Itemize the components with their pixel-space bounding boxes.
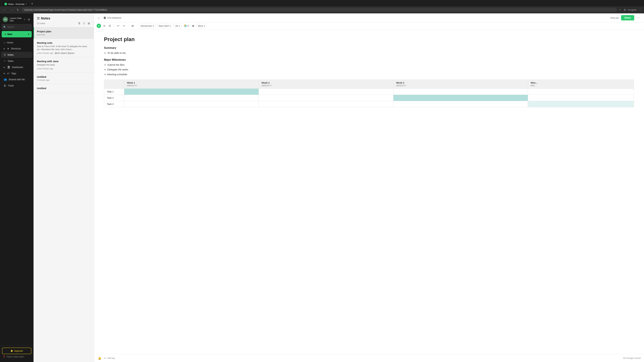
back-button[interactable]: ← <box>2 8 8 12</box>
col-header-week2: Week 2MM/DD/YY <box>259 80 393 89</box>
filter-button[interactable]: ▽ <box>82 21 86 25</box>
share-button[interactable]: Share <box>621 15 634 20</box>
task-toolbar-button[interactable]: ⊙ <box>102 24 106 28</box>
browser-chrome: ← → ↻ ☆ ⧉ Incognito ⋮ <box>0 6 644 13</box>
plus-toolbar-button[interactable]: + <box>96 24 101 28</box>
collapse-icon[interactable]: ◁ <box>97 16 99 19</box>
upgrade-button[interactable]: ⭐ Upgrade <box>2 348 31 354</box>
col-header-week4: Wee...MM/... <box>528 80 634 89</box>
table-header-row: Week 1MM/DD/YY Week 2MM/DD/YY Week 3MM/D… <box>104 80 634 89</box>
tag-icon: 🏷 <box>104 357 106 359</box>
bookmark-button[interactable]: ☆ <box>618 7 622 12</box>
ai-button[interactable]: AI <box>130 24 135 28</box>
note-item-meeting-jane[interactable]: Meeting with Jane Delegate the tasks a f… <box>34 57 94 72</box>
sort-button[interactable]: ⇅ <box>78 21 81 25</box>
sidebar-item-notebooks[interactable]: ▶ 📓 Notebooks <box>1 64 32 70</box>
color-dot-icon <box>184 24 187 27</box>
new-chevron-icon: ∨ <box>28 33 29 35</box>
milestone-item-3: Meeting-schedule <box>107 72 634 76</box>
shortcuts-expand-icon: ▶ <box>4 48 5 50</box>
table-row: Task 1 <box>104 89 634 95</box>
help-link[interactable]: ❓ Need a little help? <box>2 354 31 358</box>
settings-button[interactable]: ⚙ <box>27 17 31 22</box>
note-heading: Project plan <box>104 36 634 42</box>
user-profile[interactable]: LD Lauren Dale Deli ∨ ⚙ <box>0 15 33 24</box>
bold-button[interactable]: B <box>191 24 195 28</box>
note-title: Untitled <box>37 87 90 90</box>
note-item-untitled-2[interactable]: Untitled <box>34 84 94 93</box>
note-item-untitled-1[interactable]: Untitled 5 minutes ago <box>34 73 94 84</box>
reload-button[interactable]: ↻ <box>16 7 20 12</box>
app-container: LD Lauren Dale Deli ∨ ⚙ 🔍 ＋ New ∨ ⌂ Home… <box>0 13 644 362</box>
color-chevron: ∨ <box>187 24 189 27</box>
trash-icon: 🗑 <box>4 84 6 87</box>
new-tab-button[interactable]: + <box>30 1 34 6</box>
editor-topbar: ◁ 📓 First Notebook Only you Share ⋯ <box>94 13 644 22</box>
sidebar-item-shortcuts[interactable]: ▶ ★ Shortcuts <box>1 45 32 52</box>
tags-expand-icon: ▶ <box>4 72 5 74</box>
sidebar-item-shared[interactable]: 👥 Shared with Me <box>1 76 32 82</box>
browser-actions: ☆ ⧉ Incognito ⋮ <box>618 7 642 12</box>
col-header-week3: Week 3MM/DD/YY <box>393 80 528 89</box>
font-size-select[interactable]: 16 ∨ <box>174 24 182 28</box>
text-style-label: Normal text <box>141 25 152 27</box>
font-label: Sans Serif <box>158 25 168 27</box>
text-style-chevron: ∨ <box>152 25 154 27</box>
sidebar-item-tasks[interactable]: ✓ Tasks <box>1 58 32 64</box>
note-item-project-plan[interactable]: Project plan Just now <box>34 27 94 39</box>
font-select[interactable]: Sans Serif ∨ <box>157 24 172 28</box>
task-1-week4 <box>528 89 634 95</box>
more-button[interactable]: ⋯ <box>636 15 641 20</box>
sidebar-item-tags[interactable]: ▶ 🏷 Tags <box>1 70 32 76</box>
active-tab[interactable]: Notes - Evernote × <box>2 2 29 6</box>
user-chevron-icon: ∨ <box>24 18 25 21</box>
task-3-week3 <box>393 101 528 107</box>
sidebar-item-notes[interactable]: ☰ Notes <box>1 52 32 58</box>
milestones-list: Submit the files Delegate the tasks Meet… <box>107 63 634 76</box>
new-button[interactable]: ＋ New ∨ <box>2 31 32 37</box>
address-bar[interactable] <box>22 8 617 12</box>
tab-title: Notes - Evernote <box>8 3 24 5</box>
more-toolbar-button[interactable]: More ∨ <box>196 24 207 28</box>
notebook-label: First Notebook <box>107 16 122 19</box>
avatar: LD <box>3 17 8 22</box>
editor-content[interactable]: Project plan Summary To be able to etc. … <box>94 29 644 354</box>
sidebar-item-trash[interactable]: 🗑 Trash <box>1 83 32 88</box>
add-tag-button[interactable]: 🏷 Add tag <box>104 357 115 359</box>
shortcuts-icon: ★ <box>7 47 9 50</box>
task-3-week4 <box>528 101 634 107</box>
note-preview: Date & Time 8 AM- 9 AM Goal To delegate … <box>37 45 90 51</box>
reminder-button[interactable]: 🔔 <box>97 356 102 360</box>
sidebar-bottom: ⭐ Upgrade ❓ Need a little help? <box>0 346 33 360</box>
tab-close-button[interactable]: × <box>26 3 27 5</box>
split-button[interactable]: ⧉ <box>623 8 626 12</box>
redo-button[interactable]: ↪ <box>122 24 126 28</box>
text-style-select[interactable]: Normal text ∨ <box>139 24 156 28</box>
note-item-meeting-note[interactable]: Meeting note Date & Time 8 AM- 9 AM Goal… <box>34 39 94 57</box>
view-button[interactable]: ⊞ <box>87 21 90 25</box>
forward-button[interactable]: → <box>9 8 14 12</box>
sidebar-label-shared: Shared with Me <box>8 78 25 81</box>
calendar-toolbar-button[interactable]: ⊡ <box>108 24 112 28</box>
editor-toolbar: + ⊙ ⊡ ↩ ↪ AI Normal text ∨ Sans Serif ∨ … <box>94 22 644 29</box>
browser-menu-button[interactable]: ⋮ <box>638 7 642 12</box>
note-tags: @john @jane @grace <box>54 52 74 54</box>
sidebar-item-home[interactable]: ⌂ Home <box>1 39 32 45</box>
browser-tabs: Notes - Evernote × + <box>0 0 644 6</box>
ai-icon: AI <box>132 25 134 27</box>
notebooks-icon: 📓 <box>7 66 10 69</box>
sidebar-label-tags: Tags <box>11 72 16 75</box>
color-picker-button[interactable]: ∨ <box>183 24 190 28</box>
notes-title: ☰ Notes <box>37 16 90 20</box>
notebook-button[interactable]: 📓 First Notebook <box>104 16 122 19</box>
more-chevron: ∨ <box>204 25 205 27</box>
help-label: Need a little help? <box>7 356 24 358</box>
undo-button[interactable]: ↩ <box>116 24 120 28</box>
search-input[interactable] <box>2 24 32 30</box>
toolbar-sep-3 <box>137 24 137 27</box>
note-time: Just now <box>37 33 45 36</box>
editor-panel: ◁ 📓 First Notebook Only you Share ⋯ + ⊙ … <box>94 13 644 362</box>
table-row: Task 2 <box>104 95 634 101</box>
note-time: a few minutes ago <box>37 52 53 54</box>
search-container: 🔍 <box>2 24 32 30</box>
